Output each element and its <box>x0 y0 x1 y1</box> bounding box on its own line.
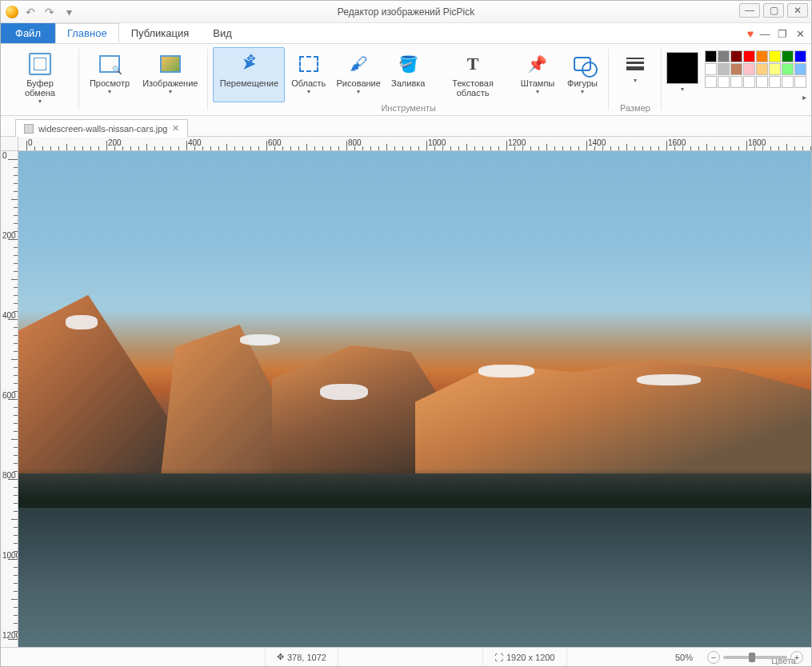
swatch[interactable] <box>782 76 794 88</box>
maximize-button[interactable]: ▢ <box>763 3 784 18</box>
tab-view[interactable]: Вид <box>201 23 244 43</box>
text-icon: T <box>467 54 479 74</box>
cursor-position: ✥ 378, 1072 <box>265 648 338 666</box>
swatch[interactable] <box>718 76 730 88</box>
dimensions-icon: ⛶ <box>494 653 503 662</box>
clipboard-button[interactable]: Буфер обмена ▾ <box>6 47 74 109</box>
swatch[interactable] <box>718 63 730 75</box>
zoom-level: 50% <box>675 653 693 662</box>
image-icon <box>160 55 181 73</box>
clipboard-icon <box>29 53 51 75</box>
bucket-icon: 🪣 <box>398 54 418 74</box>
shapes-icon <box>574 57 591 71</box>
swatch[interactable] <box>705 76 717 88</box>
inner-restore[interactable]: ❐ <box>776 27 789 40</box>
shapes-tool[interactable]: Фигуры ▾ <box>561 47 604 102</box>
swatch[interactable] <box>730 50 742 62</box>
close-window-button[interactable]: ✕ <box>787 3 808 18</box>
color-palette[interactable] <box>705 50 806 88</box>
tab-main[interactable]: Главное <box>55 23 119 43</box>
swatch[interactable] <box>782 63 794 75</box>
swatch[interactable] <box>743 76 755 88</box>
qat-undo[interactable]: ↶ <box>23 5 38 19</box>
swatch[interactable] <box>743 63 755 75</box>
close-tab-icon[interactable]: ✕ <box>172 123 179 134</box>
swatch[interactable] <box>730 63 742 75</box>
selection-tool[interactable]: Область ▾ <box>286 47 330 102</box>
selection-icon <box>299 56 318 72</box>
horizontal-ruler[interactable]: 020040060080010001200140016001800 <box>18 137 811 151</box>
fill-tool[interactable]: 🪣 Заливка <box>386 47 430 102</box>
swatch[interactable] <box>756 50 768 62</box>
draw-tool[interactable]: 🖌 Рисование ▾ <box>332 47 385 102</box>
edited-image <box>18 151 811 647</box>
preview-icon <box>99 55 120 73</box>
minimize-button[interactable]: — <box>739 3 760 18</box>
linewidth-icon <box>626 58 644 70</box>
vertical-ruler[interactable]: 020040060080010001200 <box>1 151 18 647</box>
swatch[interactable] <box>794 50 806 62</box>
size-group-label: Размер <box>620 102 650 114</box>
swatch[interactable] <box>705 63 717 75</box>
canvas[interactable] <box>18 151 811 647</box>
swatch[interactable] <box>743 50 755 62</box>
document-tab-label: widescreen-walls-nissan-cars.jpg <box>38 124 167 134</box>
tab-publish[interactable]: Публикация <box>119 23 202 43</box>
status-bar: ✥ 378, 1072 ⛶ 1920 x 1200 50% − + <box>1 647 811 666</box>
menu-bar: Файл Главное Публикация Вид ♥ — ❐ ✕ <box>1 23 811 44</box>
inner-minimize[interactable]: — <box>758 27 771 40</box>
image-dimensions: ⛶ 1920 x 1200 <box>482 648 567 666</box>
zoom-slider[interactable] <box>723 656 787 659</box>
text-tool[interactable]: T Текстовая область <box>431 47 514 102</box>
document-tabs: widescreen-walls-nissan-cars.jpg ✕ <box>1 116 811 137</box>
swatch[interactable] <box>730 76 742 88</box>
preview-button[interactable]: Просмотр ▾ <box>84 47 135 102</box>
stamp-tool[interactable]: 📌 Штампы ▾ <box>516 47 559 102</box>
foreground-color[interactable] <box>666 52 698 84</box>
brush-icon: 🖌 <box>350 54 367 74</box>
swatch[interactable] <box>769 63 781 75</box>
swatch[interactable] <box>769 50 781 62</box>
crosshair-icon: ✥ <box>277 652 284 662</box>
qat-dropdown[interactable]: ▾ <box>62 5 76 19</box>
stamp-icon: 📌 <box>527 54 547 74</box>
zoom-out-button[interactable]: − <box>707 651 720 664</box>
inner-close[interactable]: ✕ <box>794 27 806 40</box>
ruler-corner <box>1 137 18 151</box>
swatch[interactable] <box>794 76 806 88</box>
file-icon <box>24 124 34 134</box>
qat-redo[interactable]: ↷ <box>42 5 57 19</box>
file-menu[interactable]: Файл <box>1 23 55 43</box>
swatch[interactable] <box>782 50 794 62</box>
tools-group-label: Инструменты <box>381 102 436 114</box>
window-title: Редактор изображений PicPick <box>1 6 811 18</box>
swatch[interactable] <box>794 63 806 75</box>
swatch[interactable] <box>705 50 717 62</box>
stroke-size-button[interactable]: ▾ <box>614 47 657 102</box>
swatch[interactable] <box>756 63 768 75</box>
cursor-move-icon: ➤ <box>242 54 256 74</box>
ribbon: Буфер обмена ▾ Просмотр ▾ Изображение ▾ <box>1 44 811 116</box>
donate-icon[interactable]: ♥ <box>747 27 754 40</box>
document-tab[interactable]: widescreen-walls-nissan-cars.jpg ✕ <box>15 119 188 137</box>
swatch[interactable] <box>756 76 768 88</box>
image-button[interactable]: Изображение ▾ <box>137 47 203 102</box>
app-icon <box>6 6 18 18</box>
window-titlebar: ↶ ↷ ▾ Редактор изображений PicPick — ▢ ✕ <box>1 1 811 23</box>
move-tool[interactable]: ➤ Перемещение <box>213 47 285 102</box>
swatch[interactable] <box>769 76 781 88</box>
swatch[interactable] <box>718 50 730 62</box>
